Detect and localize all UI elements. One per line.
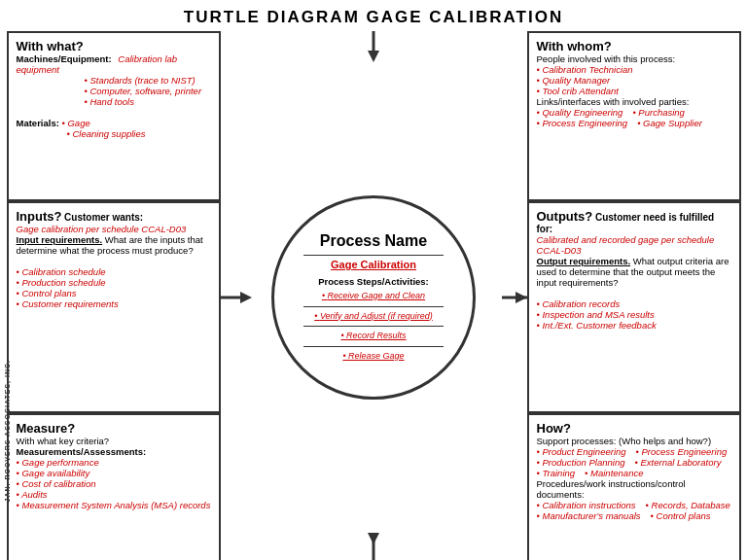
machines-item-2: • Computer, software, printer xyxy=(85,86,202,96)
circle-divider-2 xyxy=(303,306,444,307)
how-p-1-1: • Control plans xyxy=(651,510,711,521)
materials-item-1: • Cleaning supplies xyxy=(67,128,146,139)
svg-marker-1 xyxy=(240,292,252,303)
with-what-heading: With what? xyxy=(17,39,84,53)
process-step-3: • Release Gage xyxy=(342,350,404,364)
outputs-item-0: • Calibration records xyxy=(537,298,621,309)
inputs-customer-value: Gage calibration per schedule CCAL-D03 xyxy=(17,224,187,234)
how-p-0-1: • Records, Database xyxy=(646,500,730,510)
circle-divider-4 xyxy=(303,346,444,347)
circle-divider-3 xyxy=(303,326,444,327)
people-item-2: • Tool crib Attendant xyxy=(537,86,619,96)
box-with-what: With what? Machines/Equipment: Calibrati… xyxy=(7,31,221,201)
arrow-bottom-icon xyxy=(362,533,385,560)
machines-item-1: • Standards (trace to NIST) xyxy=(85,75,196,86)
how-p-1-0: • Manufacturer's manuals xyxy=(537,510,641,521)
outputs-customer-value: Calibrated and recorded gage per schedul… xyxy=(537,234,715,256)
how-s-2-1: • Maintenance xyxy=(585,468,643,478)
box-how: How? Support processes: (Who helps and h… xyxy=(527,413,741,560)
box-measure: Measure? With what key criteria? Measure… xyxy=(7,413,221,560)
arrow-left-icon xyxy=(221,286,252,309)
how-support-row-1: • Production Planning • External Laborat… xyxy=(537,457,731,468)
measure-item-2: • Cost of calibration xyxy=(17,478,96,489)
svg-marker-3 xyxy=(516,292,527,303)
how-proc-row-1: • Manufacturer's manuals • Control plans xyxy=(537,510,731,521)
how-who-helps-label: (Who helps and how?) xyxy=(619,436,711,446)
links-label: Links/interfaces with involved parties: xyxy=(537,96,690,107)
measure-item-1: • Gage availability xyxy=(17,468,90,478)
how-s-0-1: • Process Engineering xyxy=(636,446,728,457)
outputs-item-1: • Inspection and MSA results xyxy=(537,309,655,320)
inputs-req-label: Input requirements. xyxy=(17,234,103,245)
inputs-customer-label: Customer wants: xyxy=(64,212,143,223)
box-with-whom: With whom? People involved with this pro… xyxy=(527,31,741,201)
main-title: TURTLE DIAGRAM GAGE CALIBRATION xyxy=(0,0,747,31)
links-row-1: • Process Engineering • Gage Supplier xyxy=(537,118,731,128)
how-support-row-2: • Training • Maintenance xyxy=(537,468,731,478)
links-col-0-1: • Purchasing xyxy=(632,107,685,118)
side-text: JAN. ROOVERS ASSOCIATES, INC. xyxy=(4,360,11,502)
outputs-heading: Outputs? xyxy=(537,209,593,224)
process-step-0: • Receive Gage and Clean xyxy=(322,290,425,303)
materials-label: Materials: xyxy=(17,118,59,128)
measure-assessments-label: Measurements/Assessments: xyxy=(17,446,147,457)
box-outputs: Outputs? Customer need is fulfilled for:… xyxy=(527,201,741,413)
outputs-req-label: Output requirements. What output criteri… xyxy=(537,256,729,288)
process-step-2: • Record Results xyxy=(340,330,406,343)
people-label: People involved with this process: xyxy=(537,53,676,64)
inputs-item-1: • Production schedule xyxy=(17,277,106,288)
circle-divider-1 xyxy=(303,255,444,256)
how-heading: How? xyxy=(537,421,571,436)
inputs-item-2: • Control plans xyxy=(17,288,77,298)
process-step-1: • Verify and Adjust (if required) xyxy=(314,310,433,324)
arrow-right-icon xyxy=(496,286,527,309)
process-gage-label: Gage Calibration xyxy=(331,259,416,270)
process-steps-label: Process Steps/Activities: xyxy=(318,276,429,287)
how-support-label: Support processes: xyxy=(537,436,617,446)
machines-item-3: • Hand tools xyxy=(85,96,134,107)
how-s-1-1: • External Laboratory xyxy=(635,457,722,468)
with-whom-heading: With whom? xyxy=(537,39,612,53)
svg-marker-5 xyxy=(368,51,379,62)
how-s-1-0: • Production Planning xyxy=(537,457,625,468)
how-s-2-0: • Training xyxy=(537,468,576,478)
process-circle: Process Name Gage Calibration Process St… xyxy=(271,195,476,400)
measure-item-3: • Audits xyxy=(17,489,48,500)
box-inputs: Inputs? Customer wants: Gage calibration… xyxy=(7,201,221,413)
arrow-top-icon xyxy=(362,31,385,62)
links-row-0: • Quality Engineering • Purchasing xyxy=(537,107,731,118)
links-col-1-0: • Process Engineering xyxy=(537,118,628,128)
page: TURTLE DIAGRAM GAGE CALIBRATION With wha… xyxy=(0,0,747,560)
measure-item-4: • Measurement System Analysis (MSA) reco… xyxy=(17,500,211,510)
process-name-label: Process Name xyxy=(320,232,427,250)
diagram-area: With what? Machines/Equipment: Calibrati… xyxy=(7,31,741,560)
measure-item-0: • Gage performance xyxy=(17,457,99,468)
svg-marker-7 xyxy=(368,533,379,544)
inputs-item-3: • Customer requirements xyxy=(17,298,119,309)
links-col-1-1: • Gage Supplier xyxy=(637,118,702,128)
outputs-item-2: • Int./Ext. Customer feedback xyxy=(537,320,657,331)
people-item-1: • Quality Manager xyxy=(537,75,611,86)
how-s-0-0: • Product Engineering xyxy=(537,446,626,457)
measure-heading: Measure? xyxy=(17,421,76,436)
machines-label: Machines/Equipment: xyxy=(17,53,112,64)
materials-item-0: • Gage xyxy=(62,118,90,128)
center-area: Process Name Gage Calibration Process St… xyxy=(221,31,527,560)
how-procedures-label: Procedures/work instructions/control doc… xyxy=(537,478,686,500)
links-col-0-0: • Quality Engineering xyxy=(537,107,623,118)
how-proc-row-0: • Calibration instructions • Records, Da… xyxy=(537,500,731,510)
measure-sub-label: With what key criteria? xyxy=(17,436,110,446)
inputs-heading: Inputs? xyxy=(17,209,62,224)
people-item-0: • Calibration Technician xyxy=(537,64,633,75)
how-support-row-0: • Product Engineering • Process Engineer… xyxy=(537,446,731,457)
inputs-item-0: • Calibration schedule xyxy=(17,266,106,277)
how-p-0-0: • Calibration instructions xyxy=(537,500,636,510)
